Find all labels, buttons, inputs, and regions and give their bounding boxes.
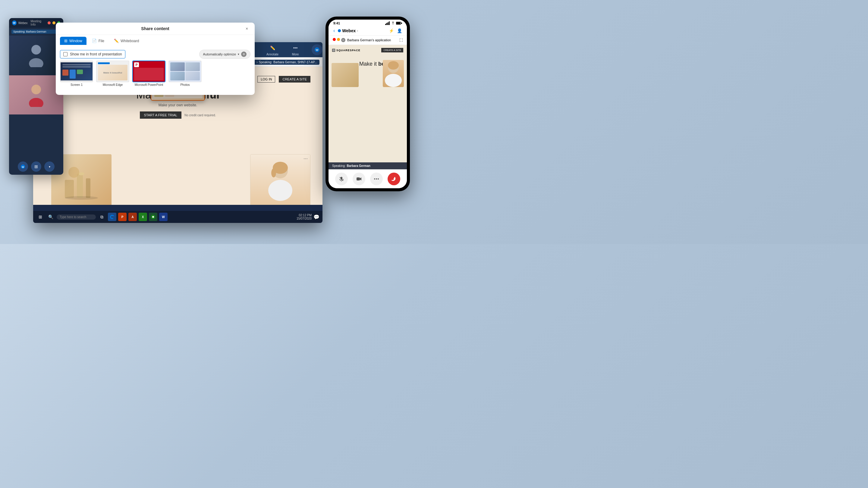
webex-small-icon: W [21,164,25,169]
phone-sq-logo-area: SQUARESPACE [332,49,361,52]
chart-bar-3 [77,70,83,74]
bar2 [62,66,91,67]
chrome-taskbar-icon[interactable] [149,213,157,221]
taskbar-search-text: Type here to search [60,216,86,219]
window-minimize-btn[interactable] [53,22,56,24]
person-silhouette [250,155,310,205]
sq-person-image: ⋯ [250,154,310,205]
phone-more-btn[interactable] [370,173,383,185]
svg-rect-37 [389,22,390,25]
signal-bars-icon [385,22,390,25]
chevron-down-icon: ▾ [238,53,239,56]
phone-sharing-info: ✏ Barbara German's application ⛶ [329,36,407,45]
svg-text:W: W [162,216,165,219]
svg-point-19 [68,167,79,178]
photos-label: Photos [168,83,202,87]
sq-create-site-btn[interactable]: CREATE A SITE [279,76,310,83]
participant-video-1 [9,36,63,75]
phone-sq-logo-icon [332,49,335,52]
word-taskbar-icon[interactable]: W [159,213,167,221]
speaking-label-text: Speaking: [259,61,272,64]
ppt-thumb[interactable]: P Microsoft PowerPoint [132,61,165,87]
powerpoint-taskbar-icon[interactable]: P [118,213,127,221]
phone-screen: 9:41 [329,20,407,188]
svg-rect-17 [86,178,90,198]
phone-video-btn[interactable] [352,173,365,185]
pencil-icon: ✏ [342,39,344,41]
annotate-button[interactable]: ✏️ Annotate [266,44,279,56]
tab-file[interactable]: 📄 File [88,37,108,45]
window-close-btn[interactable] [48,22,51,24]
phone-mute-btn[interactable] [335,173,348,185]
fullscreen-icon[interactable]: ⛶ [399,38,403,42]
svg-point-31 [152,216,154,218]
person-menu-dots[interactable]: ⋯ [304,156,308,161]
acrobat-taskbar-icon[interactable]: A [128,213,137,221]
notification-btn[interactable]: 💬 [313,214,319,220]
start-menu-btn[interactable]: ⊞ [36,213,44,221]
photos-thumb[interactable]: Photos [168,61,202,87]
bluetooth-icon: ⚡ [389,28,394,33]
screen1-thumb[interactable]: Screen 1 [60,61,93,87]
taskbar-search[interactable]: Type here to search [57,215,96,220]
edge-icon[interactable] [108,213,116,221]
auto-optimize-btn[interactable]: Automatically optimize ▾ ⚙ [199,50,250,59]
windows-taskbar: ⊞ 🔍 Type here to search ⧉ P A X W 02:12 … [33,211,322,223]
ppt-label: Microsoft PowerPoint [132,83,165,87]
svg-point-55 [378,178,379,180]
more-button[interactable]: ••• More [289,44,302,56]
svg-point-54 [376,178,377,180]
chevron-right-icon: › [256,61,257,64]
svg-point-0 [31,45,41,55]
svg-rect-43 [334,49,335,50]
chevron-icon-btn[interactable]: ▾ [44,161,55,172]
share-options-bar: Show me in front of presentation Automat… [56,47,255,61]
tab-window[interactable]: ⊞ Window [60,37,87,45]
sq-no-cc-text: No credit card required. [184,113,216,117]
svg-point-23 [271,168,276,177]
phone-back-btn[interactable]: ‹ [333,28,335,33]
optimize-settings-icon: ⚙ [241,52,247,57]
excel-taskbar-icon[interactable]: X [138,213,147,221]
chart-bar-1 [62,70,68,76]
svg-rect-15 [77,174,83,198]
windows-grid: Screen 1 Make it beautiful Microsoft Edg… [56,61,255,90]
dialog-tabs-row: ⊞ Window 📄 File ✏️ Whiteboard [56,35,255,47]
webex-logo: W [12,21,17,25]
layout-icon-btn[interactable]: ⊞ [31,161,41,172]
sidebar-controls: W ⊞ ▾ [9,161,63,172]
dialog-close-btn[interactable]: × [244,26,250,32]
sq-login-btn[interactable]: LOG IN [257,76,275,83]
tab-whiteboard[interactable]: ✏️ Whiteboard [110,37,143,45]
phone-status-bar: 9:41 [329,20,407,26]
svg-text:W: W [22,166,24,168]
sq-trial-btn[interactable]: START A FREE TRIAL [140,111,181,119]
phone-speaker-name: Barbara German [347,164,370,167]
phone-sq-create-btn[interactable]: CREATE A SITE [381,48,403,53]
svg-point-48 [388,61,399,70]
share-dot-3: ✏ [341,38,345,42]
window-tab-icon: ⊞ [64,38,67,43]
edge-logo-bar [98,62,110,64]
annotate-icon: ✏️ [268,44,277,52]
phone-nav-bar: ‹ Webex › ⚡ 👤 [329,26,407,36]
ppt-logo-text: P [135,63,138,67]
edge-preview-text: Make it beautiful [103,71,122,74]
cortana-btn[interactable]: 🔍 [46,213,55,221]
svg-rect-34 [385,24,386,25]
webex-icon-btn[interactable]: W [18,161,28,172]
photos-thumb-img [168,61,202,82]
phone-mic-icon [339,176,344,182]
speaking-badge-inner: › Speaking: Barbara German, SHN7-17-AP..… [256,61,317,64]
phone-speaking-label: Speaking: [332,164,345,167]
share-dot-2 [337,38,340,41]
task-view-btn[interactable]: ⧉ [98,213,106,221]
phone-person-img [383,60,404,87]
svg-rect-14 [65,180,74,198]
edge-content: Make it beautiful [98,65,127,80]
show-me-checkbox[interactable]: Show me in front of presentation [60,50,125,59]
phone-end-call-btn[interactable] [388,173,400,185]
edge-thumb[interactable]: Make it beautiful Microsoft Edge [96,61,129,87]
svg-point-53 [374,178,375,180]
checkbox-control[interactable] [63,52,67,56]
